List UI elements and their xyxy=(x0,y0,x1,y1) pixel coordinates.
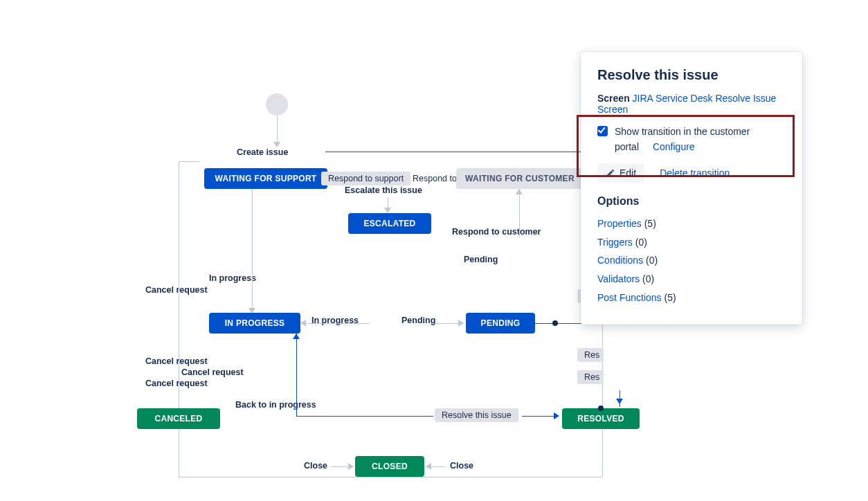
transition-resolve-peek-3: Res xyxy=(577,370,604,384)
start-node[interactable] xyxy=(266,93,288,116)
status-pending[interactable]: PENDING xyxy=(466,313,535,334)
transition-resolve-peek-2: Res xyxy=(577,348,604,362)
transition-close-right: Close xyxy=(450,461,473,471)
transition-respond-to-support[interactable]: Respond to support xyxy=(321,172,410,185)
transition-pending-top: Pending xyxy=(464,255,498,264)
transition-respond-to-customer-2: Respond to customer xyxy=(452,227,541,237)
show-in-portal-text-1: Show transition in the customer xyxy=(615,125,750,138)
transition-cancel-2: Cancel request xyxy=(145,356,208,366)
edit-button[interactable]: Edit xyxy=(597,163,644,183)
status-escalated[interactable]: ESCALATED xyxy=(348,213,431,234)
transition-details-panel: Resolve this issue Screen JIRA Service D… xyxy=(581,52,802,325)
transition-cancel-1: Cancel request xyxy=(145,285,208,295)
option-triggers[interactable]: Triggers xyxy=(597,237,633,248)
transition-cancel-3: Cancel request xyxy=(181,367,244,377)
option-conditions[interactable]: Conditions xyxy=(597,255,643,266)
pencil-icon xyxy=(606,168,615,178)
transition-back-to-inprogress: Back to in progress xyxy=(235,400,316,410)
options-list: Properties (5) Triggers (0) Conditions (… xyxy=(597,215,786,307)
edit-button-label: Edit xyxy=(620,167,636,179)
transition-close-left: Close xyxy=(304,461,327,471)
transition-pending-h: Pending xyxy=(401,316,435,325)
panel-title: Resolve this issue xyxy=(597,67,786,83)
option-validators[interactable]: Validators xyxy=(597,273,640,284)
status-waiting-for-customer[interactable]: WAITING FOR CUSTOMER xyxy=(456,168,584,189)
options-heading: Options xyxy=(597,195,786,208)
configure-link[interactable]: Configure xyxy=(653,141,695,152)
status-canceled[interactable]: CANCELED xyxy=(137,408,220,429)
transition-in-progress-v: In progress xyxy=(209,273,256,283)
show-in-portal-text-2: portal xyxy=(615,141,639,152)
show-in-portal-checkbox[interactable] xyxy=(597,126,608,136)
option-properties[interactable]: Properties xyxy=(597,218,642,229)
transition-create-issue: Create issue xyxy=(237,147,288,157)
transition-resolve-pill[interactable]: Resolve this issue xyxy=(435,408,518,422)
transition-cancel-4: Cancel request xyxy=(145,379,208,388)
status-closed[interactable]: CLOSED xyxy=(355,456,424,477)
option-post-functions[interactable]: Post Functions xyxy=(597,292,662,303)
transition-escalate: Escalate this issue xyxy=(345,185,422,195)
delete-transition-link[interactable]: Delete transition xyxy=(660,167,730,179)
status-in-progress[interactable]: IN PROGRESS xyxy=(209,313,300,334)
screen-row: Screen JIRA Service Desk Resolve Issue S… xyxy=(597,93,786,115)
status-waiting-for-support[interactable]: WAITING FOR SUPPORT xyxy=(204,168,327,189)
status-resolved[interactable]: RESOLVED xyxy=(562,408,640,429)
